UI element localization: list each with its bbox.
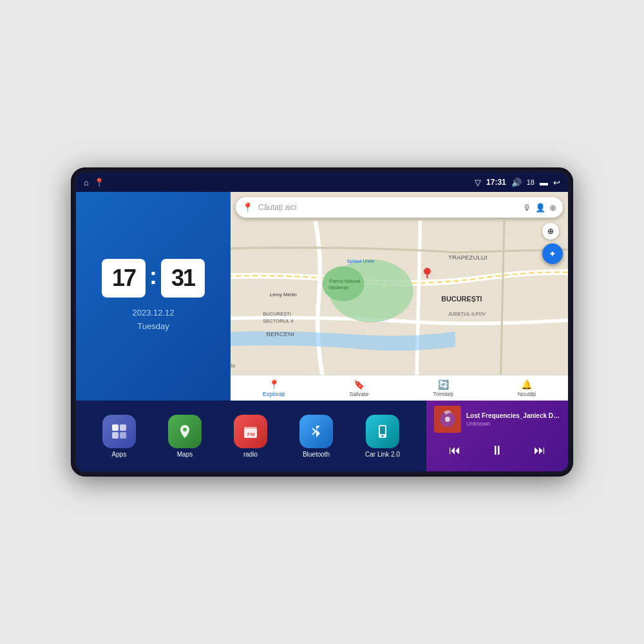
svg-rect-18 [112, 432, 118, 439]
maps-pin-icon[interactable]: 📍 [94, 178, 104, 187]
bottom-row: Apps Maps [76, 401, 568, 471]
screen: ⌂ 📍 ▽ 17:31 🔊 18 ▬ ↩ 17 [76, 173, 568, 471]
map-controls: ⊕ ✦ [542, 223, 563, 264]
svg-text:BUCUREȘTI: BUCUREȘTI [263, 311, 291, 317]
mic-icon[interactable]: 🎙 [523, 203, 531, 213]
map-search-actions: 🎙 👤 ⊕ [523, 203, 556, 213]
music-controls: ⏮ ⏸ ⏭ [434, 440, 560, 460]
svg-text:Splaiul Unirii: Splaiul Unirii [347, 258, 375, 264]
main-content: 17 : 31 2023.12.12 Tuesday 📍 Căutați aic… [76, 192, 568, 471]
bookmark-icon: 🔖 [354, 379, 365, 390]
map-nav-explore[interactable]: 📍 Explorați [263, 379, 285, 397]
carlink-icon [366, 415, 399, 448]
maps-label: Maps [177, 451, 193, 458]
svg-text:Leroy Merlin: Leroy Merlin [270, 292, 297, 298]
status-time: 17:31 [486, 178, 506, 187]
maps-icon [168, 415, 202, 448]
music-player: Lost Frequencies_Janieck Devy-... Unknow… [426, 401, 568, 471]
svg-rect-19 [120, 432, 126, 439]
radio-label: radio [243, 451, 258, 458]
explore-label: Explorați [263, 391, 285, 397]
music-title: Lost Frequencies_Janieck Devy-... [466, 412, 560, 419]
status-bar: ⌂ 📍 ▽ 17:31 🔊 18 ▬ ↩ [76, 173, 568, 192]
svg-point-20 [183, 428, 187, 431]
bluetooth-icon [299, 415, 333, 448]
svg-point-26 [382, 435, 384, 437]
news-label: Noutăți [518, 391, 536, 397]
radio-icon: FM [234, 415, 267, 448]
battery-level: 18 [527, 178, 535, 186]
home-icon[interactable]: ⌂ [84, 178, 89, 187]
music-info: Lost Frequencies_Janieck Devy-... Unknow… [434, 406, 560, 433]
clock-panel: 17 : 31 2023.12.12 Tuesday [76, 192, 231, 401]
prev-button[interactable]: ⏮ [444, 441, 466, 460]
next-button[interactable]: ⏭ [529, 441, 551, 460]
my-location-button[interactable]: ✦ [542, 243, 563, 264]
apps-label: Apps [112, 451, 127, 458]
car-head-unit: ⌂ 📍 ▽ 17:31 🔊 18 ▬ ↩ 17 [71, 167, 573, 477]
svg-point-14 [424, 268, 431, 275]
map-nav-saved[interactable]: 🔖 Salvate [350, 379, 369, 397]
app-maps[interactable]: Maps [168, 415, 202, 458]
map-search-bar[interactable]: 📍 Căutați aici 🎙 👤 ⊕ [236, 197, 563, 218]
map-search-placeholder[interactable]: Căutați aici [258, 203, 518, 212]
bell-icon: 🔔 [521, 379, 532, 390]
clock-hours: 17 [102, 259, 146, 298]
svg-rect-17 [120, 424, 126, 431]
explore-icon: 📍 [269, 379, 279, 390]
app-carlink[interactable]: Car Link 2.0 [365, 415, 400, 458]
svg-text:BERCENI: BERCENI [267, 330, 294, 337]
compass-icon[interactable]: ⊕ [542, 223, 559, 240]
svg-rect-23 [244, 427, 257, 430]
svg-rect-25 [380, 426, 385, 434]
music-artist: Unknown [466, 421, 560, 427]
back-icon[interactable]: ↩ [553, 178, 560, 187]
svg-text:BUCUREȘTI: BUCUREȘTI [441, 295, 482, 303]
status-left: ⌂ 📍 [84, 178, 104, 187]
share-icon: 🔄 [438, 379, 449, 390]
map-panel[interactable]: 📍 Căutați aici 🎙 👤 ⊕ [231, 192, 568, 401]
map-visual: TRAPEZULUI BUCUREȘTI JUDEȚUL ILFOV BERCE… [231, 221, 568, 375]
map-nav-news[interactable]: 🔔 Noutăți [518, 379, 536, 397]
volume-icon[interactable]: 🔊 [511, 178, 522, 187]
svg-text:Văcărești: Văcărești [328, 285, 348, 290]
svg-text:SECTORUL 4: SECTORUL 4 [263, 318, 293, 324]
svg-text:Parcul Natural: Parcul Natural [329, 278, 360, 284]
app-radio[interactable]: FM radio [234, 415, 267, 458]
bluetooth-label: Bluetooth [303, 451, 330, 458]
clock-minutes: 31 [161, 259, 205, 298]
svg-text:FM: FM [247, 431, 255, 437]
saved-label: Salvate [350, 391, 369, 397]
svg-point-2 [323, 267, 365, 301]
apps-icon [102, 415, 136, 448]
music-thumbnail [434, 406, 461, 433]
svg-rect-16 [112, 424, 118, 431]
status-right: ▽ 17:31 🔊 18 ▬ ↩ [475, 178, 560, 187]
play-pause-button[interactable]: ⏸ [486, 440, 509, 460]
app-bluetooth[interactable]: Bluetooth [299, 415, 333, 458]
svg-text:TRAPEZULUI: TRAPEZULUI [448, 254, 488, 261]
account-icon[interactable]: 👤 [535, 203, 545, 213]
top-row: 17 : 31 2023.12.12 Tuesday 📍 Căutați aic… [76, 192, 568, 401]
map-nav-share[interactable]: 🔄 Trimiteți [433, 379, 453, 397]
battery-icon: ▬ [540, 178, 548, 187]
layers-icon[interactable]: ⊕ [549, 203, 556, 213]
clock-date: 2023.12.12 Tuesday [132, 307, 174, 334]
carlink-label: Car Link 2.0 [365, 451, 400, 458]
google-maps-icon: 📍 [242, 202, 253, 213]
music-text: Lost Frequencies_Janieck Devy-... Unknow… [466, 412, 560, 427]
clock-display: 17 : 31 [102, 259, 205, 298]
signal-icon: ▽ [475, 178, 481, 187]
svg-point-29 [445, 417, 450, 422]
svg-text:Google: Google [231, 363, 236, 369]
map-bottom-nav: 📍 Explorați 🔖 Salvate 🔄 Trimiteți � [231, 375, 568, 401]
app-apps[interactable]: Apps [102, 415, 136, 458]
svg-text:JUDEȚUL ILFOV: JUDEȚUL ILFOV [448, 311, 486, 317]
apps-area: Apps Maps [76, 401, 426, 471]
share-label: Trimiteți [433, 391, 453, 397]
clock-colon: : [149, 263, 157, 290]
